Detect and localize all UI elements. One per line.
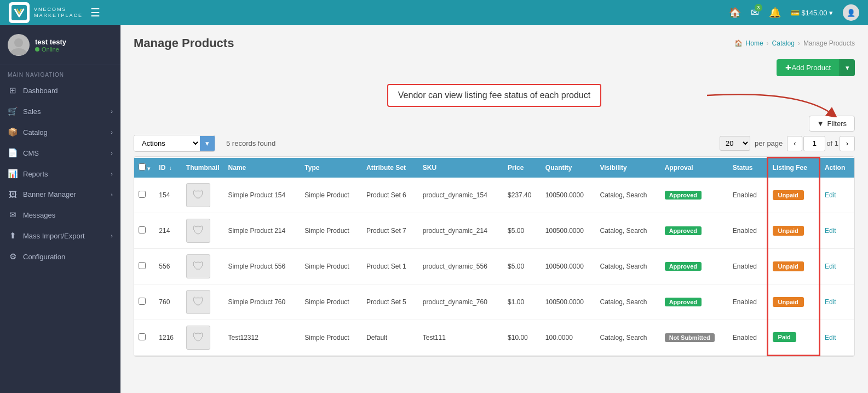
bell-icon[interactable]: 🔔: [769, 7, 781, 19]
row-name: Test12312: [223, 320, 300, 355]
row-checkbox[interactable]: [139, 333, 146, 340]
plus-icon: ✚: [785, 64, 791, 72]
breadcrumb-home[interactable]: Home: [746, 39, 763, 47]
row-checkbox[interactable]: [139, 262, 146, 269]
breadcrumb-sep1: ›: [767, 39, 769, 47]
nav-icon-sales: 🛒: [8, 106, 18, 116]
row-visibility: Catalog, Search: [595, 248, 660, 284]
per-page-select[interactable]: 2050100: [720, 136, 750, 151]
row-name: Simple Product 760: [223, 284, 300, 320]
next-page-button[interactable]: ›: [840, 136, 855, 151]
row-thumbnail: 🛡: [182, 213, 224, 248]
table-body: 154 🛡 Simple Product 154 Simple Product …: [134, 178, 854, 356]
prev-page-button[interactable]: ‹: [787, 136, 802, 151]
product-thumb-icon: 🛡: [192, 188, 204, 202]
row-price: $237.40: [503, 178, 541, 213]
table-row: 214 🛡 Simple Product 214 Simple Product …: [134, 213, 854, 248]
annotation-wrap: Vendor can view listing fee status of ea…: [134, 84, 855, 107]
nav-arrow-sales: ›: [111, 108, 113, 115]
nav-icon-dashboard: ⊞: [8, 86, 18, 95]
filter-icon: ▼: [817, 119, 824, 128]
filters-button[interactable]: ▼ Filters: [809, 116, 855, 132]
page-input[interactable]: [803, 136, 825, 151]
add-product-button[interactable]: ✚ Add Product: [777, 59, 840, 76]
row-type: Simple Product: [300, 320, 362, 355]
actions-select[interactable]: Actions: [134, 135, 200, 151]
edit-link[interactable]: Edit: [825, 298, 836, 306]
row-quantity: 100500.0000: [541, 178, 596, 213]
sidebar-item-catalog[interactable]: 📦 Catalog ›: [0, 122, 120, 143]
row-attribute-set: Product Set 5: [362, 284, 418, 320]
row-type: Simple Product: [300, 284, 362, 320]
chevron-down-icon[interactable]: ▾: [147, 166, 150, 172]
nav-items: ⊞ Dashboard 🛒 Sales › 📦 Catalog › 📄 CMS …: [0, 80, 120, 267]
nav-arrow-catalog: ›: [111, 129, 113, 135]
mail-icon[interactable]: ✉ 3: [751, 7, 759, 19]
balance-display[interactable]: 💳 $145.00 ▾: [791, 9, 833, 17]
table-row: 1216 🛡 Test12312 Simple Product Default …: [134, 320, 854, 355]
products-table-wrap: ▾ ID ↓ Thumbnail Name Type Attribute Set…: [134, 156, 855, 357]
row-listing-fee: Paid: [767, 320, 819, 355]
col-attribute-set: Attribute Set: [362, 158, 418, 178]
row-action: Edit: [819, 178, 854, 213]
row-checkbox[interactable]: [139, 298, 146, 305]
select-all-checkbox[interactable]: [139, 163, 146, 170]
sort-icon-id[interactable]: ↓: [169, 165, 172, 171]
nav-arrow-cms: ›: [111, 150, 113, 156]
per-page-label: per page: [755, 139, 783, 147]
sidebar-item-messages[interactable]: ✉ Messages: [0, 204, 120, 225]
logo: VNECOMS MARKETPLACE: [9, 2, 83, 23]
nav-label-dashboard: Dashboard: [23, 87, 58, 95]
thumbnail-image: 🛡: [186, 254, 210, 278]
actions-select-wrap: Actions ▾: [134, 135, 215, 152]
row-attribute-set: Product Set 6: [362, 178, 418, 213]
row-approval: Approved: [660, 248, 728, 284]
breadcrumb: 🏠 Home › Catalog › Manage Products: [734, 39, 855, 47]
col-action: Action: [819, 158, 854, 178]
table-row: 760 🛡 Simple Product 760 Simple Product …: [134, 284, 854, 320]
row-sku: Test111: [418, 320, 503, 355]
row-status: Enabled: [728, 178, 767, 213]
hamburger-button[interactable]: ☰: [90, 6, 100, 19]
row-quantity: 100500.0000: [541, 213, 596, 248]
row-checkbox[interactable]: [139, 191, 146, 198]
thumbnail-image: 🛡: [186, 219, 210, 243]
row-thumbnail: 🛡: [182, 284, 224, 320]
page-title: Manage Products: [134, 36, 234, 50]
edit-link[interactable]: Edit: [825, 263, 836, 270]
user-menu-icon[interactable]: 👤: [843, 4, 859, 21]
nav-label-messages: Messages: [23, 211, 55, 219]
sidebar-item-sales[interactable]: 🛒 Sales ›: [0, 101, 120, 122]
row-approval: Approved: [660, 213, 728, 248]
row-attribute-set: Default: [362, 320, 418, 355]
add-product-dropdown-button[interactable]: ▾: [840, 59, 855, 76]
breadcrumb-catalog[interactable]: Catalog: [772, 39, 795, 47]
row-sku: product_dynamic_556: [418, 248, 503, 284]
col-type: Type: [300, 158, 362, 178]
row-check: [134, 320, 154, 355]
sidebar-item-configuration[interactable]: ⚙ Configuration: [0, 246, 120, 267]
home-icon[interactable]: 🏠: [729, 7, 741, 19]
edit-link[interactable]: Edit: [825, 227, 836, 235]
row-name: Simple Product 214: [223, 213, 300, 248]
sidebar-item-massimport[interactable]: ⬆ Mass Import/Export ›: [0, 225, 120, 246]
user-info: test testy Online: [35, 38, 66, 53]
actions-dropdown-button[interactable]: ▾: [200, 136, 215, 151]
row-price: $1.00: [503, 284, 541, 320]
edit-link[interactable]: Edit: [825, 334, 836, 341]
nav-label-sales: Sales: [23, 107, 41, 116]
row-name: Simple Product 154: [223, 178, 300, 213]
sidebar-item-dashboard[interactable]: ⊞ Dashboard: [0, 80, 120, 101]
thumbnail-image: 🛡: [186, 290, 210, 314]
edit-link[interactable]: Edit: [825, 191, 836, 199]
sidebar-item-banner[interactable]: 🖼 Banner Manager ›: [0, 184, 120, 204]
sidebar-item-reports[interactable]: 📊 Reports ›: [0, 163, 120, 184]
filters-bar: ▼ Filters: [134, 116, 855, 132]
row-checkbox[interactable]: [139, 226, 146, 233]
row-thumbnail: 🛡: [182, 248, 224, 284]
row-quantity: 100500.0000: [541, 284, 596, 320]
product-thumb-icon: 🛡: [192, 295, 204, 309]
col-listing-fee: Listing Fee: [767, 158, 819, 178]
sidebar-item-cms[interactable]: 📄 CMS ›: [0, 143, 120, 163]
col-visibility: Visibility: [595, 158, 660, 178]
